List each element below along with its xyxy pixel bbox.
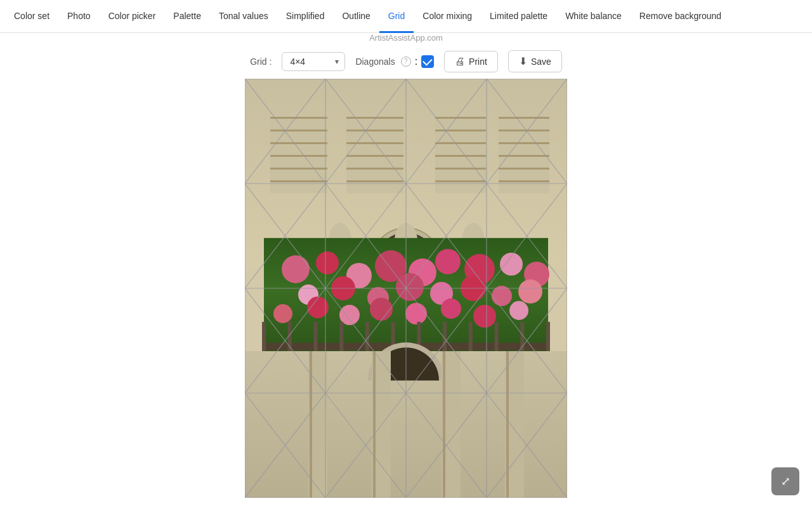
nav-item-color-set[interactable]: Color set (5, 0, 58, 33)
save-button[interactable]: ⬇ Save (508, 50, 562, 72)
print-icon: 🖨 (455, 56, 465, 67)
main-content: ArtistAssistApp.com Grid : 2×23×34×45×56… (0, 33, 812, 498)
grid-label: Grid : (250, 57, 272, 67)
nav-item-color-picker[interactable]: Color picker (100, 0, 165, 33)
diagonals-row: Diagonals ? : (355, 55, 434, 68)
nav-item-white-balance[interactable]: White balance (556, 0, 631, 33)
nav-item-remove-background[interactable]: Remove background (631, 0, 730, 33)
nav-item-color-mixing[interactable]: Color mixing (414, 0, 481, 33)
nav-item-simplified[interactable]: Simplified (277, 0, 334, 33)
nav-item-outline[interactable]: Outline (333, 0, 379, 33)
save-icon: ⬇ (519, 55, 527, 67)
nav-item-limited-palette[interactable]: Limited palette (481, 0, 556, 33)
image-container (245, 79, 567, 498)
navigation: Color setPhotoColor pickerPaletteTonal v… (0, 0, 812, 33)
help-icon[interactable]: ? (401, 57, 411, 67)
diagonals-checkbox[interactable] (421, 55, 434, 68)
nav-item-photo[interactable]: Photo (58, 0, 100, 33)
save-label: Save (531, 57, 551, 67)
fullscreen-icon: ⤢ (781, 474, 790, 488)
print-button[interactable]: 🖨 Print (444, 51, 498, 72)
nav-item-grid[interactable]: Grid (379, 0, 414, 33)
grid-select-wrapper: 2×23×34×45×56×68×8 ▾ (282, 52, 345, 71)
fullscreen-button[interactable]: ⤢ (771, 467, 799, 495)
nav-item-palette[interactable]: Palette (164, 0, 210, 33)
building-image (245, 79, 567, 498)
grid-select[interactable]: 2×23×34×45×56×68×8 (282, 52, 345, 71)
watermark: ArtistAssistApp.com (369, 33, 443, 43)
diagonals-label: Diagonals (355, 57, 395, 67)
print-label: Print (469, 57, 487, 67)
nav-item-tonal-values[interactable]: Tonal values (210, 0, 277, 33)
toolbar: Grid : 2×23×34×45×56×68×8 ▾ Diagonals ? … (250, 44, 562, 79)
